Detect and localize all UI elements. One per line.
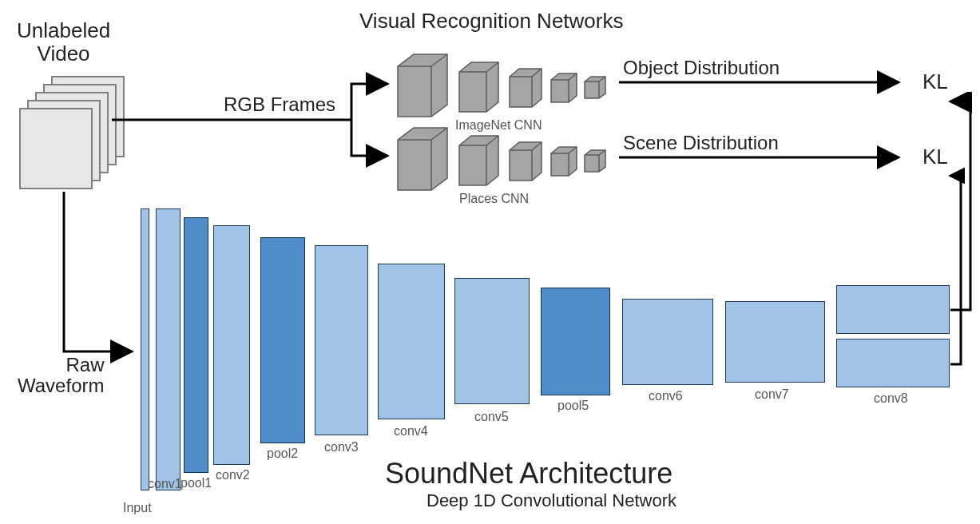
subtitle-label: Deep 1D Convolutional Network [427, 491, 676, 510]
unlabeled-video-label: Unlabeled Video [17, 19, 110, 65]
rgb-frames-label: RGB Frames [224, 94, 335, 115]
layer-pool5-label: pool5 [557, 399, 589, 413]
svg-rect-4 [20, 109, 92, 189]
layer-conv4 [378, 264, 445, 419]
title-label: SoundNet Architecture [385, 458, 673, 490]
layer-pool5 [541, 288, 610, 395]
layer-conv4-label: conv4 [394, 424, 428, 439]
layer-conv8-label: conv8 [874, 391, 908, 406]
svg-marker-17 [551, 73, 577, 102]
layer-conv6-label: conv6 [649, 389, 683, 403]
layer-conv1 [156, 208, 181, 490]
object-distribution-label: Object Distribution [623, 58, 780, 78]
rgb-frames-arrow [104, 72, 399, 184]
conv8-to-kl-bottom-arrow [917, 166, 965, 374]
svg-marker-37 [551, 147, 577, 176]
layer-pool2-label: pool2 [267, 447, 298, 461]
layer-conv5-label: conv5 [474, 410, 509, 424]
layer-pool1 [184, 217, 208, 473]
layer-pool2 [260, 237, 305, 443]
layer-conv7-label: conv7 [755, 387, 789, 402]
places-cnn-icon [391, 120, 623, 196]
svg-marker-13 [510, 69, 542, 107]
svg-marker-21 [585, 77, 605, 98]
layer-conv1-label: conv1 [148, 477, 182, 491]
imagenet-cnn-icon [391, 46, 623, 122]
layer-input [141, 208, 149, 490]
kl-top-label: KL [922, 70, 948, 93]
raw-waveform-label: Raw Waveform [18, 355, 104, 397]
layer-conv7 [725, 301, 825, 383]
layer-conv2-label: conv2 [216, 468, 250, 482]
layer-conv6 [622, 299, 713, 385]
svg-marker-33 [510, 142, 542, 181]
svg-marker-29 [459, 136, 498, 185]
svg-marker-5 [398, 54, 447, 117]
layer-conv2 [213, 225, 250, 465]
layer-conv3-label: conv3 [324, 440, 359, 455]
layer-conv3 [315, 245, 368, 435]
places-cnn-label: Places CNN [459, 192, 529, 206]
svg-marker-9 [459, 62, 498, 112]
layer-input-label: Input [123, 501, 152, 515]
svg-marker-41 [585, 150, 605, 172]
visual-recognition-label: Visual Recognition Networks [359, 10, 623, 33]
svg-marker-25 [398, 128, 447, 190]
layer-pool1-label: pool1 [181, 476, 212, 490]
raw-waveform-arrow [48, 188, 148, 367]
scene-distribution-label: Scene Distribution [623, 133, 779, 153]
layer-conv5 [454, 278, 530, 404]
